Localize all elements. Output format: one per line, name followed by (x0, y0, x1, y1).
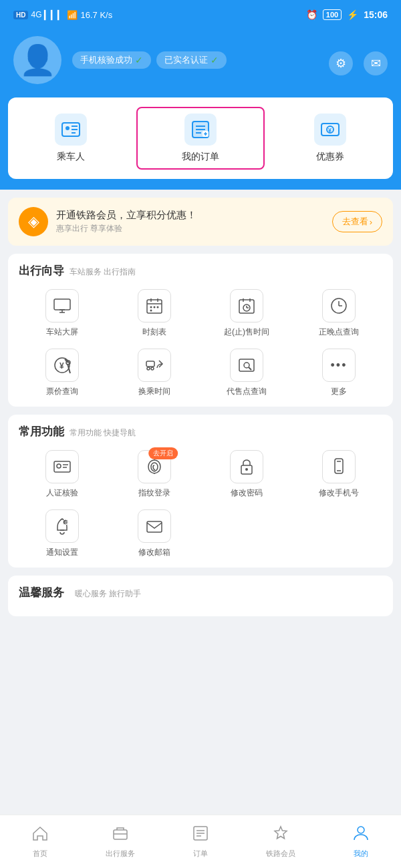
membership-icon (272, 825, 289, 846)
status-bar: HD 4G ▎▎▎ 📶 16.7 K/s ⏰ 100 ⚡ 15:06 (0, 0, 401, 29)
travel-guide-title: 出行向导 (19, 263, 64, 278)
change-pwd-item[interactable]: 修改密码 (203, 450, 290, 499)
agent-query-label: 代售点查询 (227, 386, 267, 397)
notification-icon: ⚙ (45, 509, 79, 543)
change-email-item[interactable]: 修改邮箱 (111, 509, 198, 558)
avatar-icon: 👤 (19, 43, 56, 77)
common-functions-title: 常用功能 (19, 424, 64, 439)
change-phone-icon (322, 450, 356, 483)
punctuality-label: 正晚点查询 (319, 327, 359, 338)
bolt-icon: ⚡ (347, 9, 358, 20)
coupon-action[interactable]: ¥ 优惠券 (267, 108, 393, 168)
network-type: 4G (31, 10, 41, 19)
notification-item[interactable]: ⚙ 通知设置 (19, 509, 106, 558)
avatar[interactable]: 👤 (13, 36, 61, 84)
svg-point-44 (151, 367, 154, 370)
change-phone-label: 修改手机号 (319, 487, 359, 499)
orders-nav-icon (192, 825, 209, 846)
alarm-icon: ⏰ (306, 9, 317, 20)
price-query-label: 票价查询 (46, 386, 78, 397)
warm-service-subtitle: 暖心服务 旅行助手 (75, 588, 141, 600)
change-phone-item[interactable]: 修改手机号 (295, 450, 382, 499)
station-screen-label: 车站大屏 (46, 327, 78, 338)
more-item[interactable]: ••• 更多 (295, 349, 382, 397)
change-pwd-label: 修改密码 (231, 487, 263, 499)
svg-point-43 (147, 367, 150, 370)
svg-text:¥: ¥ (59, 361, 64, 371)
bottom-nav: 首页 出行服务 订单 铁路会员 (0, 815, 401, 868)
common-functions-grid: 人证核验 去开启 指纹登录 (19, 450, 382, 558)
svg-rect-42 (146, 361, 154, 367)
more-label: 更多 (331, 386, 347, 397)
network-speed: 16.7 K/s (80, 10, 112, 20)
timetable-label: 时刻表 (142, 327, 166, 338)
svg-line-47 (249, 367, 251, 370)
id-verify-item[interactable]: 人证核验 (19, 450, 106, 499)
punctuality-item[interactable]: 正晚点查询 (295, 289, 382, 338)
price-query-icon: ¥ (45, 349, 79, 382)
svg-point-25 (154, 306, 156, 308)
timetable-item[interactable]: 时刻表 (111, 289, 198, 338)
travel-icon (112, 825, 129, 846)
wifi-icon: 📶 (67, 10, 78, 20)
passenger-label: 乘车人 (57, 151, 85, 163)
settings-button[interactable]: ⚙ (329, 51, 353, 75)
realname-verified-badge: 已实名认证 ✓ (156, 51, 227, 69)
id-verify-label: 人证核验 (46, 487, 78, 499)
status-left: HD 4G ▎▎▎ 📶 16.7 K/s (13, 10, 112, 20)
home-icon (31, 825, 49, 846)
more-icon: ••• (322, 349, 356, 382)
passenger-action[interactable]: 乘车人 (8, 108, 134, 168)
verification-badges: 手机核验成功 ✓ 已实名认证 ✓ (72, 51, 227, 69)
change-pwd-icon (230, 450, 263, 483)
change-email-icon (138, 509, 171, 543)
phone-verified-badge: 手机核验成功 ✓ (72, 51, 151, 69)
nav-membership[interactable]: 铁路会员 (241, 815, 321, 868)
hd-badge: HD (13, 11, 28, 19)
travel-guide-grid: 车站大屏 时刻表 (19, 289, 382, 397)
sale-time-item[interactable]: 起(止)售时间 (203, 289, 290, 338)
vip-text: 开通铁路会员，立享积分优惠！ 惠享出行 尊享体验 (56, 209, 324, 234)
vip-title: 开通铁路会员，立享积分优惠！ (56, 209, 324, 222)
fingerprint-item[interactable]: 去开启 指纹登录 (111, 450, 198, 499)
vip-banner[interactable]: ◈ 开通铁路会员，立享积分优惠！ 惠享出行 尊享体验 去查看 › (8, 198, 393, 246)
svg-text:¥: ¥ (328, 127, 331, 134)
membership-label: 铁路会员 (266, 849, 295, 859)
orders-action[interactable]: 我的订单 (136, 107, 265, 170)
common-functions-subtitle: 常用功能 快捷导航 (70, 427, 136, 439)
svg-point-26 (157, 306, 159, 308)
message-icon: ✉ (371, 56, 381, 71)
warm-service-title: 温馨服务 (19, 585, 64, 600)
change-email-label: 修改邮箱 (138, 547, 170, 558)
travel-guide-header: 出行向导 车站服务 出行指南 (19, 263, 382, 278)
travel-label: 出行服务 (106, 849, 135, 859)
nav-mine[interactable]: 我的 (321, 815, 401, 868)
transfer-time-icon (138, 349, 171, 382)
orders-label: 我的订单 (182, 151, 219, 163)
svg-point-67 (358, 827, 364, 833)
check-icon-2: ✓ (211, 55, 219, 65)
vip-button[interactable]: 去查看 › (332, 211, 382, 232)
agent-query-item[interactable]: 代售点查询 (203, 349, 290, 397)
svg-point-53 (245, 468, 248, 471)
svg-point-24 (150, 306, 152, 308)
travel-guide-section: 出行向导 车站服务 出行指南 车站大屏 (8, 254, 393, 407)
mine-icon (352, 825, 370, 846)
message-button[interactable]: ✉ (364, 51, 388, 75)
station-screen-icon (45, 289, 79, 322)
svg-rect-61 (114, 830, 127, 839)
passenger-icon (55, 114, 87, 146)
nav-travel[interactable]: 出行服务 (80, 815, 160, 868)
punctuality-icon (322, 289, 356, 322)
transfer-time-item[interactable]: 换乘时间 (111, 349, 198, 397)
svg-text:⚙: ⚙ (64, 520, 68, 525)
nav-home[interactable]: 首页 (0, 815, 80, 868)
gear-icon: ⚙ (336, 56, 346, 71)
mine-label: 我的 (354, 849, 368, 859)
header-icons: ⚙ ✉ (329, 51, 388, 75)
price-query-item[interactable]: ¥ 票价查询 (19, 349, 106, 397)
station-screen-item[interactable]: 车站大屏 (19, 289, 106, 338)
vip-icon: ◈ (19, 207, 48, 236)
nav-orders[interactable]: 订单 (160, 815, 241, 868)
coupon-label: 优惠券 (316, 151, 344, 163)
